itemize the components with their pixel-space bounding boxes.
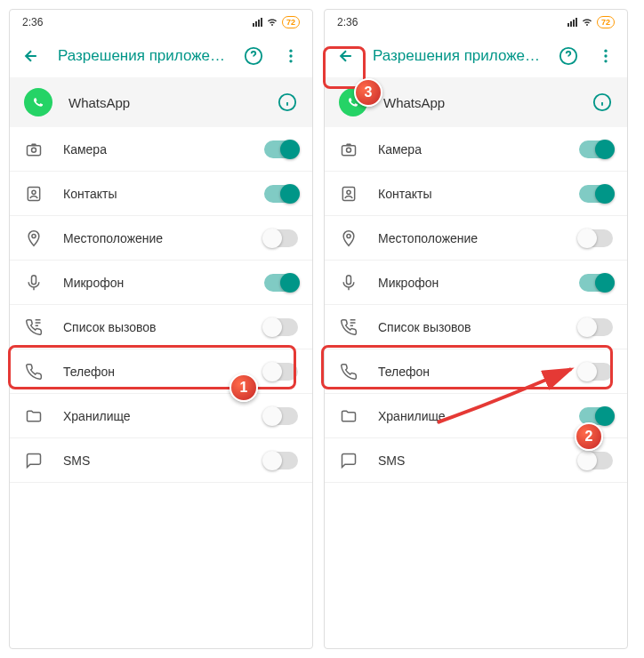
sms-icon — [339, 451, 358, 470]
status-bar: 2:36 72 — [10, 10, 312, 35]
camera-icon — [24, 140, 44, 159]
permission-toggle-phone[interactable] — [264, 363, 298, 381]
permission-toggle-phone[interactable] — [579, 363, 613, 381]
permission-row-sms[interactable]: SMS — [10, 438, 312, 483]
permission-label: Контакты — [63, 187, 245, 201]
calllog-icon — [339, 317, 358, 337]
app-bar: Разрешения приложе… — [325, 35, 627, 77]
svg-point-14 — [604, 60, 607, 62]
whatsapp-icon — [24, 88, 52, 116]
app-name: WhatsApp — [383, 95, 576, 110]
svg-point-9 — [32, 234, 36, 237]
permission-label: Список вызовов — [63, 320, 245, 334]
help-icon[interactable] — [243, 45, 264, 67]
back-button[interactable] — [335, 45, 357, 67]
contacts-icon — [339, 184, 358, 204]
permission-toggle-calllog[interactable] — [264, 318, 298, 336]
permission-row-calllog[interactable]: Список вызовов — [325, 305, 627, 349]
phone-icon — [339, 362, 358, 381]
battery-indicator: 72 — [597, 16, 615, 28]
svg-rect-10 — [32, 275, 36, 284]
permission-row-storage[interactable]: Хранилище — [10, 394, 312, 438]
camera-icon — [339, 140, 358, 159]
permission-label: Микрофон — [63, 276, 245, 290]
permission-toggle-calllog[interactable] — [579, 318, 613, 336]
info-icon[interactable] — [277, 92, 298, 113]
permission-label: Телефон — [63, 365, 245, 379]
svg-point-8 — [32, 190, 36, 194]
permission-label: Список вызовов — [378, 320, 559, 334]
permission-toggle-camera[interactable] — [579, 140, 613, 158]
permission-row-phone[interactable]: Телефон — [325, 349, 627, 394]
permission-toggle-storage[interactable] — [579, 407, 613, 425]
permission-label: Местоположение — [378, 231, 559, 245]
permission-row-contacts[interactable]: Контакты — [10, 172, 312, 216]
app-bar: Разрешения приложе… — [10, 35, 312, 77]
wifi-icon — [581, 17, 593, 28]
permission-toggle-location[interactable] — [579, 229, 613, 247]
mic-icon — [24, 273, 44, 293]
info-icon[interactable] — [592, 92, 613, 113]
page-title: Разрешения приложе… — [58, 47, 227, 65]
permission-row-phone[interactable]: Телефон — [10, 349, 312, 394]
storage-icon — [24, 406, 44, 426]
permission-toggle-mic[interactable] — [579, 274, 613, 292]
permission-toggle-storage[interactable] — [264, 407, 298, 425]
contacts-icon — [24, 184, 44, 204]
permission-toggle-mic[interactable] — [264, 274, 298, 292]
svg-point-6 — [32, 148, 36, 152]
calllog-icon — [24, 317, 44, 337]
permission-toggle-contacts[interactable] — [579, 185, 613, 203]
svg-point-20 — [347, 234, 350, 237]
permission-label: Местоположение — [63, 231, 245, 245]
location-icon — [339, 229, 358, 248]
svg-point-19 — [347, 190, 350, 194]
permission-label: Контакты — [378, 187, 559, 201]
back-button[interactable] — [20, 45, 42, 67]
permission-row-camera[interactable]: Камера — [10, 127, 312, 172]
permission-row-contacts[interactable]: Контакты — [325, 172, 627, 216]
permission-label: SMS — [378, 453, 559, 468]
wifi-icon — [266, 17, 278, 28]
phone-icon — [24, 362, 44, 381]
svg-point-2 — [289, 54, 292, 57]
help-icon[interactable] — [558, 45, 579, 67]
svg-point-3 — [289, 60, 292, 62]
permission-label: Хранилище — [63, 409, 245, 423]
svg-point-13 — [604, 54, 607, 57]
page-title: Разрешения приложе… — [373, 47, 542, 65]
storage-icon — [339, 406, 358, 426]
svg-rect-21 — [347, 275, 351, 284]
svg-point-17 — [347, 148, 351, 152]
permission-row-location[interactable]: Местоположение — [10, 216, 312, 261]
permission-label: SMS — [63, 453, 245, 468]
permission-row-camera[interactable]: Камера — [325, 127, 627, 172]
permission-label: Телефон — [378, 365, 559, 379]
permission-toggle-camera[interactable] — [264, 140, 298, 158]
app-name: WhatsApp — [68, 95, 261, 110]
overflow-menu-icon[interactable] — [595, 45, 616, 67]
status-time: 2:36 — [22, 16, 43, 28]
permission-label: Хранилище — [378, 409, 559, 423]
location-icon — [24, 229, 44, 248]
status-time: 2:36 — [337, 16, 358, 28]
signal-icon — [568, 18, 577, 27]
battery-indicator: 72 — [282, 16, 300, 28]
permission-label: Камера — [378, 142, 559, 156]
overflow-menu-icon[interactable] — [280, 45, 302, 67]
permission-toggle-sms[interactable] — [264, 452, 298, 469]
permission-row-mic[interactable]: Микрофон — [10, 261, 312, 305]
permission-row-location[interactable]: Местоположение — [325, 216, 627, 261]
step-badge-1: 1 — [229, 373, 258, 402]
step-badge-3: 3 — [354, 78, 382, 107]
sms-icon — [24, 451, 44, 470]
svg-rect-5 — [28, 145, 41, 155]
permission-toggle-sms[interactable] — [579, 452, 613, 469]
permission-row-mic[interactable]: Микрофон — [325, 261, 627, 305]
permission-toggle-location[interactable] — [264, 229, 298, 247]
phone-left: 2:36 72 Разрешения приложе… WhatsApp Кам… — [9, 9, 313, 649]
permission-row-calllog[interactable]: Список вызовов — [10, 305, 312, 349]
signal-icon — [253, 18, 262, 27]
permission-toggle-contacts[interactable] — [264, 185, 298, 203]
svg-rect-16 — [342, 145, 356, 155]
